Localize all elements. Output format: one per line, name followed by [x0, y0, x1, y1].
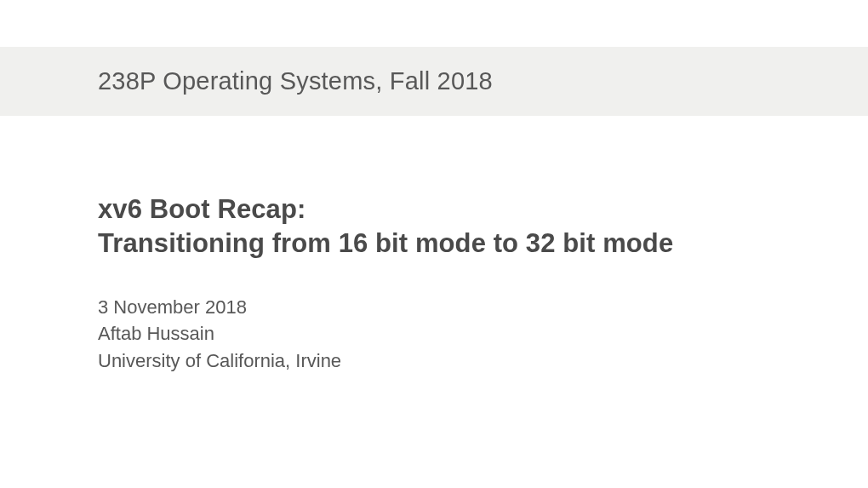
slide-author: Aftab Hussain	[98, 320, 868, 347]
slide-meta: 3 November 2018 Aftab Hussain University…	[98, 294, 868, 376]
slide-affiliation: University of California, Irvine	[98, 347, 868, 375]
slide-date: 3 November 2018	[98, 294, 868, 321]
slide-content: xv6 Boot Recap: Transitioning from 16 bi…	[0, 116, 868, 375]
course-title: 238P Operating Systems, Fall 2018	[98, 67, 868, 95]
slide-title: xv6 Boot Recap: Transitioning from 16 bi…	[98, 192, 868, 261]
header-band: 238P Operating Systems, Fall 2018	[0, 47, 868, 116]
slide-title-line1: xv6 Boot Recap:	[98, 192, 868, 227]
slide-title-line2: Transitioning from 16 bit mode to 32 bit…	[98, 227, 868, 261]
